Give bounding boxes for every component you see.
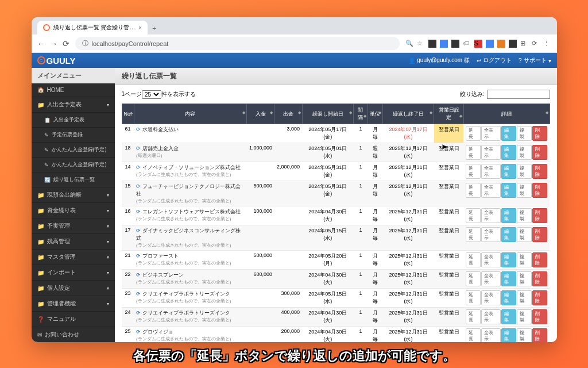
- edit-button[interactable]: 編集: [501, 183, 516, 198]
- delete-button[interactable]: 削除: [532, 145, 547, 160]
- sidebar-item[interactable]: ✉お問い合わせ: [32, 327, 115, 342]
- edit-button[interactable]: 編集: [501, 309, 516, 324]
- link-icon[interactable]: ⟳: [136, 145, 141, 151]
- delete-button[interactable]: 削除: [532, 183, 547, 198]
- sidebar-item[interactable]: 📁現預金出納帳▾: [32, 187, 115, 203]
- copy-button[interactable]: 複製: [517, 145, 532, 160]
- logout-link[interactable]: ↩ ログアウト: [477, 56, 512, 64]
- extend-button[interactable]: 延長: [466, 328, 481, 342]
- delete-button[interactable]: 削除: [532, 328, 547, 342]
- extend-button[interactable]: 延長: [466, 126, 481, 141]
- support-link[interactable]: ? サポート ▾: [519, 56, 551, 64]
- edit-button[interactable]: 編集: [501, 328, 516, 342]
- copy-button[interactable]: 複製: [517, 290, 532, 305]
- extend-button[interactable]: 延長: [466, 290, 481, 305]
- link-icon[interactable]: ⟳: [136, 310, 141, 316]
- link-icon[interactable]: ⟳: [136, 291, 141, 297]
- column-header[interactable]: 内容◆: [134, 104, 247, 124]
- edit-button[interactable]: 編集: [501, 227, 516, 242]
- extend-button[interactable]: 延長: [466, 208, 481, 223]
- delete-button[interactable]: 削除: [532, 252, 547, 267]
- delete-button[interactable]: 削除: [532, 208, 547, 223]
- user-menu[interactable]: 👤 guuly@guuly.com 様: [408, 56, 470, 64]
- browser-tab[interactable]: 繰り返し伝票一覧 資金繰り管… ×: [37, 21, 148, 34]
- logo[interactable]: C GUULY: [37, 56, 76, 66]
- sidebar-item[interactable]: 🔄繰り返し伝票一覧: [32, 172, 115, 187]
- delete-button[interactable]: 削除: [532, 309, 547, 324]
- sidebar-item[interactable]: 📁インポート▾: [32, 265, 115, 281]
- delete-button[interactable]: 削除: [532, 290, 547, 305]
- copy-button[interactable]: 複製: [517, 208, 532, 223]
- link-icon[interactable]: ⟳: [136, 329, 141, 335]
- forward-button[interactable]: →: [50, 39, 58, 48]
- copy-button[interactable]: 複製: [517, 309, 532, 324]
- copy-button[interactable]: 複製: [517, 252, 532, 267]
- url-input[interactable]: ⓘ localhost/payControl/repeat: [75, 37, 400, 50]
- delete-button[interactable]: 削除: [532, 271, 547, 286]
- sidebar-item[interactable]: 📁管理者機能▾: [32, 296, 115, 312]
- sidebar-item[interactable]: ❓マニュアル: [32, 312, 115, 327]
- sidebar-item[interactable]: 📋入出金予定表: [32, 113, 115, 128]
- show-all-button[interactable]: 全表示: [481, 290, 501, 305]
- link-icon[interactable]: ⟳: [136, 183, 141, 189]
- new-tab-button[interactable]: +: [148, 22, 160, 34]
- sidebar-item[interactable]: ✎かんたん入金登録(予定): [32, 158, 115, 172]
- column-header[interactable]: 間隔◆: [353, 104, 368, 124]
- close-icon[interactable]: ×: [138, 25, 142, 31]
- delete-button[interactable]: 削除: [532, 227, 547, 242]
- show-all-button[interactable]: 全表示: [481, 183, 501, 198]
- show-all-button[interactable]: 全表示: [481, 227, 501, 242]
- extend-button[interactable]: 延長: [466, 183, 481, 198]
- delete-button[interactable]: 削除: [532, 126, 547, 141]
- copy-button[interactable]: 複製: [517, 183, 532, 198]
- column-header[interactable]: 繰返し開始日◆: [302, 104, 353, 124]
- column-header[interactable]: 出金◆: [274, 104, 302, 124]
- sidebar-item[interactable]: 📁残高管理▾: [32, 234, 115, 250]
- show-all-button[interactable]: 全表示: [481, 252, 501, 267]
- extend-button[interactable]: 延長: [466, 252, 481, 267]
- extend-button[interactable]: 延長: [466, 164, 481, 179]
- edit-button[interactable]: 編集: [501, 145, 516, 160]
- link-icon[interactable]: ⟳: [136, 272, 141, 278]
- column-header[interactable]: 入金◆: [247, 104, 274, 124]
- delete-button[interactable]: 削除: [532, 164, 547, 179]
- sidebar-item[interactable]: ✎かんたん入金登録(予定): [32, 143, 115, 158]
- show-all-button[interactable]: 全表示: [481, 309, 501, 324]
- edit-button[interactable]: 編集: [501, 290, 516, 305]
- link-icon[interactable]: ⟳: [136, 209, 141, 214]
- extend-button[interactable]: 延長: [466, 271, 481, 286]
- link-icon[interactable]: ⟳: [136, 126, 141, 132]
- show-all-button[interactable]: 全表示: [481, 164, 501, 179]
- column-header[interactable]: 単位◆: [368, 104, 382, 124]
- sidebar-item[interactable]: 🏠HOME: [32, 83, 115, 97]
- edit-button[interactable]: 編集: [501, 271, 516, 286]
- extend-button[interactable]: 延長: [466, 309, 481, 324]
- sidebar-item[interactable]: 📁資金繰り表▾: [32, 203, 115, 218]
- show-all-button[interactable]: 全表示: [481, 145, 501, 160]
- sidebar-item[interactable]: 📁予実管理▾: [32, 218, 115, 234]
- edit-button[interactable]: 編集: [501, 164, 516, 179]
- column-header[interactable]: 詳細◆: [463, 104, 550, 124]
- link-icon[interactable]: ⟳: [136, 253, 141, 259]
- filter-input[interactable]: [487, 90, 550, 99]
- sidebar-item[interactable]: ✎予定伝票登録: [32, 128, 115, 143]
- edit-button[interactable]: 編集: [501, 208, 516, 223]
- sidebar-item[interactable]: 📁入出金予定表▾: [32, 97, 115, 113]
- extend-button[interactable]: 延長: [466, 227, 481, 242]
- show-all-button[interactable]: 全表示: [481, 208, 501, 223]
- link-icon[interactable]: ⟳: [136, 228, 141, 233]
- back-button[interactable]: ←: [37, 39, 45, 48]
- sidebar-item[interactable]: 📁マスタ管理▾: [32, 250, 115, 265]
- edit-button[interactable]: 編集: [501, 126, 516, 141]
- copy-button[interactable]: 複製: [517, 126, 532, 141]
- column-header[interactable]: No.◆: [122, 104, 134, 124]
- copy-button[interactable]: 複製: [517, 227, 532, 242]
- copy-button[interactable]: 複製: [517, 328, 532, 342]
- sidebar-item[interactable]: 📁個人設定▾: [32, 281, 115, 296]
- copy-button[interactable]: 複製: [517, 271, 532, 286]
- column-header[interactable]: 営業日設定◆: [434, 104, 464, 124]
- show-all-button[interactable]: 全表示: [481, 271, 501, 286]
- extend-button[interactable]: 延長: [466, 145, 481, 160]
- reload-button[interactable]: ⟳: [63, 39, 69, 48]
- page-size-select[interactable]: 25: [142, 90, 161, 99]
